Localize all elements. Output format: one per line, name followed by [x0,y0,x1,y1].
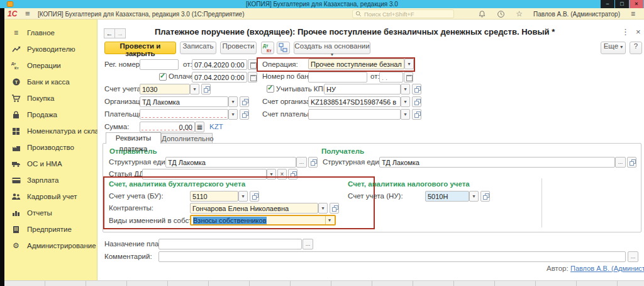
payer-open-icon[interactable] [240,109,249,120]
nu-account-open-icon[interactable] [480,191,490,202]
sidebar-item-main[interactable]: ≡Главное [11,28,55,38]
minimize-button[interactable]: − [601,0,614,8]
purpose-choose-button[interactable]: ... [303,239,313,249]
tab-payment-details[interactable]: Реквизиты платежа [106,132,161,144]
sidebar-item-reports[interactable]: Отчеты [11,208,52,218]
organization-dropdown-icon[interactable]: ▾ [228,96,238,107]
organization-combo[interactable] [140,96,228,107]
equity-dropdown-icon[interactable]: ▾ [325,216,333,224]
sidebar-item-manager[interactable]: Руководителю [11,44,75,54]
1c-logo: 1С [8,9,17,18]
write-button[interactable]: Записать [180,42,216,54]
reg-date-input[interactable] [192,59,247,70]
bu-account-dropdown-icon[interactable]: ▾ [238,191,248,202]
payer-account-open-icon[interactable] [412,109,421,120]
nu-account-combo[interactable] [425,191,469,202]
history-clock-icon[interactable] [497,10,505,18]
paid-date-input[interactable] [192,72,247,83]
create-on-base-button[interactable]: Создать на основании ▾ [294,42,370,54]
payer-combo[interactable] [140,109,228,120]
tab-additional[interactable]: Дополнительно [161,133,213,144]
equity-change-combo[interactable]: Взносы собственников ▾ [190,215,336,226]
contractors-combo[interactable] [190,203,318,214]
receiver-structural-unit-input[interactable] [379,157,615,168]
comment-input[interactable] [158,251,626,262]
sender-structural-unit-input[interactable] [165,157,296,168]
receiver-su-open-icon[interactable] [627,157,636,168]
amount-input[interactable] [140,122,195,132]
related-documents-button[interactable] [277,42,290,54]
notifications-bell-icon[interactable] [478,10,486,18]
sidebar-item-enterprise[interactable]: Предприятие [11,224,72,234]
bu-account-combo[interactable] [190,191,238,202]
svg-text:Дт: Дт [11,62,16,66]
help-button[interactable]: ? [630,42,642,54]
bu-account-open-icon[interactable] [250,191,259,202]
close-form-icon[interactable]: × [636,27,641,37]
sender-su-choose-button[interactable]: ... [296,157,307,168]
sidebar-item-purchase[interactable]: Покупка [11,93,54,103]
paid-checkbox[interactable]: ✓ [159,73,167,81]
sidebar-item-bank-cash[interactable]: ТБанк и касса [11,77,70,87]
calculator-icon[interactable]: ▦ [195,122,204,132]
calendar-icon[interactable] [248,72,257,83]
more-button[interactable]: Еще ▾ [601,42,626,54]
post-and-close-button[interactable]: Провести и закрыть [104,42,176,54]
receiver-su-choose-button[interactable]: ... [615,157,626,168]
account-open-icon[interactable] [201,84,211,94]
reg-number-input[interactable] [140,59,179,70]
main-menu-icon[interactable]: ≡ [25,9,30,18]
kpn-combo[interactable] [324,84,401,94]
dds-clear-icon[interactable]: × [277,169,287,180]
sidebar-item-sale[interactable]: Продажа [11,110,57,120]
account-combo[interactable] [140,84,190,94]
sender-su-open-icon[interactable] [308,157,318,168]
payer-account-dropdown-icon[interactable]: ▾ [401,109,410,120]
dt-kt-postings-button[interactable]: ДтКт [261,42,274,54]
account-dropdown-icon[interactable]: ▾ [190,84,199,94]
dds-article-combo[interactable] [142,169,267,180]
kebab-menu-icon[interactable]: ⋮ [621,27,630,37]
org-account-dropdown-icon[interactable]: ▾ [401,96,410,107]
org-account-open-icon[interactable] [412,96,421,107]
close-window-button[interactable]: × [630,0,643,8]
dds-dropdown-icon[interactable]: ▾ [267,169,276,180]
sidebar-item-hr[interactable]: Кадровый учет [11,192,77,202]
post-button[interactable]: Провести [220,42,257,54]
service-menu-icon[interactable]: ≡ [631,9,635,18]
current-user[interactable]: Павлов А.В. (Администратор) [533,11,620,18]
currency-link[interactable]: KZT [209,123,223,130]
comment-choose-button[interactable]: ... [628,251,638,262]
nav-forward-button[interactable]: → [114,28,126,38]
calendar-icon[interactable] [404,72,413,83]
calendar-icon[interactable] [248,59,257,70]
contractors-dropdown-icon[interactable]: ▾ [318,203,328,214]
sidebar-item-administration[interactable]: ⚙Администрирование [11,241,96,251]
trend-chart-icon [11,45,21,54]
search-input[interactable]: Поиск Ctrl+Shift+F [352,9,454,18]
payer-account-combo[interactable] [308,109,401,120]
dds-open-icon[interactable] [288,169,297,180]
payer-dropdown-icon[interactable]: ▾ [228,109,238,120]
maximize-button[interactable]: □ [615,0,629,8]
sidebar-item-operations[interactable]: ДтКтОперации [11,60,61,71]
purpose-input[interactable] [158,239,302,249]
bank-number-input[interactable] [308,72,367,83]
kpn-dropdown-icon[interactable]: ▾ [401,84,410,94]
kpn-checkbox[interactable]: ✓ [267,85,274,93]
contractors-open-icon[interactable] [330,203,339,214]
org-account-combo[interactable] [308,96,401,107]
sidebar-item-nomenclature[interactable]: Номенклатура и склад [11,126,103,136]
nav-back-button[interactable]: ← [104,28,115,38]
favorites-star-icon[interactable]: ☆ [516,9,523,18]
operation-combo[interactable] [308,59,404,69]
bank-date-input[interactable] [379,72,403,83]
sidebar-item-fixed-assets[interactable]: ОС и НМА [11,159,62,169]
sidebar-item-production[interactable]: Производство [11,142,74,152]
kpn-open-icon[interactable] [412,84,421,94]
operation-dropdown-icon[interactable]: ▾ [404,59,414,69]
author-link[interactable]: Павлов А.В. (Администратор) [570,265,644,272]
sidebar-item-salary[interactable]: Зарплата [11,175,58,185]
organization-open-icon[interactable] [240,96,249,107]
nu-account-dropdown-icon[interactable]: ▾ [469,191,479,202]
